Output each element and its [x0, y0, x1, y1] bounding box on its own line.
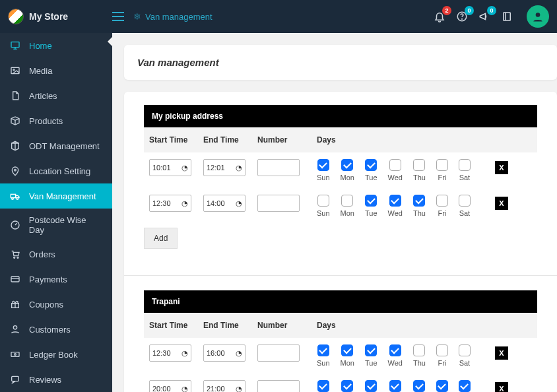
- day-cell: Fri: [436, 195, 448, 217]
- announcements-button[interactable]: 0: [478, 10, 491, 23]
- day-cell: Wed: [388, 159, 403, 181]
- day-checkbox-tue[interactable]: [365, 195, 377, 207]
- table-row: 20:00◔21:00◔SunMonTueWedThuFriSatX: [144, 374, 537, 392]
- day-cell: Sun: [317, 195, 330, 217]
- sidebar-item-coupons[interactable]: Coupons: [0, 292, 112, 317]
- start-time-input[interactable]: 12:30◔: [149, 195, 191, 212]
- col-end: End Time: [203, 321, 257, 330]
- avatar[interactable]: [527, 5, 549, 28]
- number-input[interactable]: [257, 344, 300, 362]
- announcements-badge: 0: [487, 6, 496, 15]
- day-checkbox-fri[interactable]: [436, 159, 448, 171]
- brand[interactable]: My Store: [8, 9, 112, 24]
- start-time-input[interactable]: 10:01◔: [149, 159, 191, 176]
- monitor-icon: [9, 40, 21, 51]
- sidebar-item-ledger[interactable]: Ledger Book: [0, 342, 112, 367]
- breadcrumb[interactable]: ❄ Van management: [133, 11, 213, 22]
- day-checkbox-sun[interactable]: [317, 159, 329, 171]
- sidebar-item-articles[interactable]: Articles: [0, 83, 112, 108]
- notifications-button[interactable]: 2: [433, 10, 446, 23]
- svg-point-13: [17, 257, 18, 258]
- pin-icon: [9, 165, 21, 177]
- day-checkbox-sun[interactable]: [317, 195, 329, 207]
- sidebar-item-van[interactable]: Van Management: [0, 183, 112, 209]
- start-time-input[interactable]: 20:00◔: [149, 380, 191, 392]
- day-checkbox-wed[interactable]: [389, 159, 401, 171]
- day-checkbox-wed[interactable]: [389, 380, 401, 392]
- gift-icon: [9, 298, 21, 310]
- day-checkbox-sat[interactable]: [459, 344, 471, 356]
- image-icon: [9, 65, 21, 77]
- day-checkbox-wed[interactable]: [389, 195, 401, 207]
- day-checkbox-fri[interactable]: [436, 380, 448, 392]
- number-input[interactable]: [257, 195, 300, 212]
- sidebar-item-reviews[interactable]: Reviews: [0, 367, 112, 392]
- number-input[interactable]: [257, 159, 300, 176]
- day-checkbox-tue[interactable]: [365, 159, 377, 171]
- day-label: Thu: [413, 359, 426, 367]
- day-checkbox-thu[interactable]: [413, 344, 425, 356]
- day-checkbox-fri[interactable]: [436, 344, 448, 356]
- schedule-section: My pickup addressStart TimeEnd TimeNumbe…: [144, 105, 537, 249]
- sidebar-item-payments[interactable]: Payments: [0, 267, 112, 292]
- end-time-input[interactable]: 21:00◔: [203, 380, 246, 392]
- day-label: Fri: [438, 174, 447, 181]
- start-time-input[interactable]: 12:30◔: [149, 344, 191, 362]
- day-checkbox-wed[interactable]: [389, 344, 401, 356]
- sidebar-item-odt[interactable]: ODT Management: [0, 133, 112, 158]
- day-cell: Tue: [365, 195, 377, 217]
- number-input[interactable]: [257, 380, 300, 392]
- day-checkbox-thu[interactable]: [413, 380, 425, 392]
- sidebar-item-postcode[interactable]: Postcode Wise Day: [0, 209, 112, 242]
- day-checkbox-mon[interactable]: [341, 195, 353, 207]
- menu-toggle-icon[interactable]: [112, 12, 124, 21]
- col-number: Number: [257, 321, 317, 330]
- svg-point-3: [536, 13, 541, 17]
- delete-row-button[interactable]: X: [495, 346, 508, 360]
- day-checkbox-sat[interactable]: [459, 195, 471, 207]
- docs-button[interactable]: [500, 10, 513, 23]
- delete-row-button[interactable]: X: [495, 197, 508, 210]
- svg-rect-17: [11, 352, 19, 357]
- day-cell: Fri: [436, 380, 448, 392]
- day-checkbox-tue[interactable]: [365, 380, 377, 392]
- day-checkbox-sat[interactable]: [459, 380, 471, 392]
- day-checkbox-tue[interactable]: [365, 344, 377, 356]
- card-icon: [9, 273, 21, 285]
- svg-point-10: [16, 198, 18, 200]
- day-cell: Fri: [436, 344, 448, 367]
- end-time-input[interactable]: 12:01◔: [203, 159, 246, 176]
- chat-icon: [9, 374, 21, 385]
- day-checkbox-fri[interactable]: [436, 195, 448, 207]
- day-checkbox-sat[interactable]: [459, 159, 471, 171]
- sidebar-item-products[interactable]: Products: [0, 108, 112, 133]
- end-time-input[interactable]: 16:00◔: [203, 344, 246, 362]
- day-checkbox-sun[interactable]: [317, 380, 329, 392]
- day-label: Wed: [388, 174, 403, 181]
- sidebar-item-location[interactable]: Location Setting: [0, 158, 112, 183]
- sidebar-item-orders[interactable]: Orders: [0, 242, 112, 267]
- day-checkbox-mon[interactable]: [341, 344, 353, 356]
- day-cell: Sat: [459, 195, 471, 217]
- section-divider: [124, 275, 557, 276]
- delete-row-button[interactable]: X: [495, 161, 508, 174]
- help-button[interactable]: 0: [455, 10, 469, 23]
- svg-point-7: [15, 169, 16, 171]
- sidebar-item-home[interactable]: Home: [0, 33, 112, 58]
- sidebar-item-customers[interactable]: Customers: [0, 317, 112, 342]
- sidebar-item-media[interactable]: Media: [0, 58, 112, 83]
- add-button[interactable]: Add: [144, 228, 178, 249]
- brand-name: My Store: [29, 11, 68, 22]
- col-start: Start Time: [149, 135, 203, 145]
- day-checkbox-thu[interactable]: [413, 159, 425, 171]
- svg-point-1: [462, 18, 463, 19]
- day-cell: Sat: [459, 159, 471, 181]
- sidebar-item-label: Articles: [29, 91, 57, 101]
- day-checkbox-mon[interactable]: [341, 380, 353, 392]
- delete-row-button[interactable]: X: [495, 382, 508, 392]
- day-checkbox-thu[interactable]: [413, 195, 425, 207]
- end-time-input[interactable]: 14:00◔: [203, 195, 246, 212]
- svg-rect-8: [11, 194, 15, 197]
- day-checkbox-mon[interactable]: [341, 159, 353, 171]
- day-checkbox-sun[interactable]: [317, 344, 329, 356]
